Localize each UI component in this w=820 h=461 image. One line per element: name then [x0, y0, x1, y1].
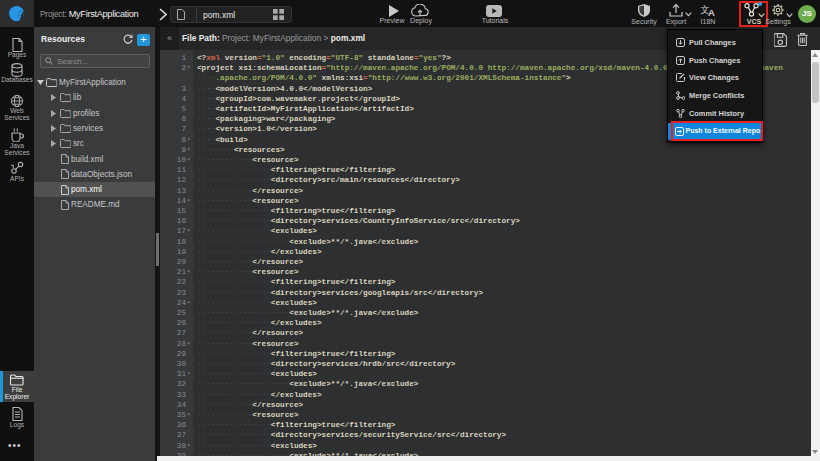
- svg-text:A: A: [708, 7, 715, 17]
